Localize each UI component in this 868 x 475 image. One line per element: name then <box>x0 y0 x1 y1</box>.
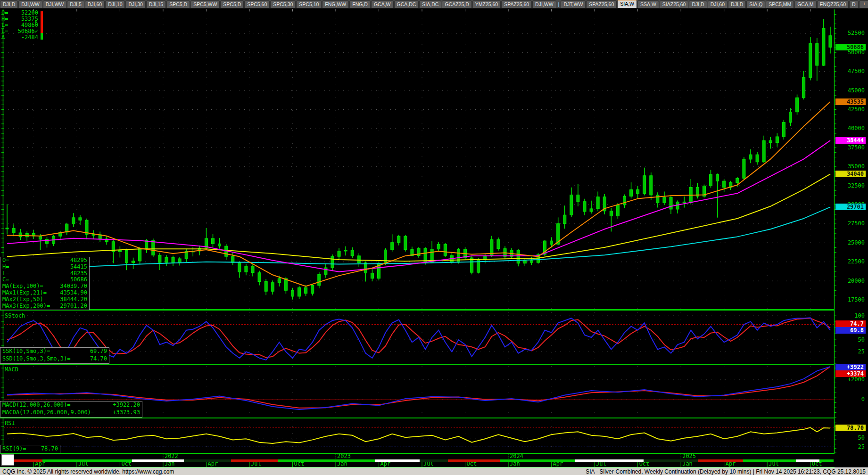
tab-gcaz25-d[interactable]: GCAZ25,D <box>442 0 471 8</box>
candle-body <box>305 287 307 293</box>
candle-body <box>523 261 526 263</box>
tab-dji-d[interactable]: DJI,D <box>0 0 18 8</box>
candle-body <box>444 244 446 255</box>
tab-dji-ww[interactable]: DJI,WW <box>532 0 556 8</box>
candle-body <box>663 197 666 203</box>
candle-body <box>497 240 500 249</box>
candle-body <box>271 283 274 291</box>
candle-body <box>822 28 825 66</box>
tab-dji-d[interactable]: DJI,D <box>728 0 746 8</box>
tab-ymz25-60[interactable]: YMZ25,60 <box>472 0 501 8</box>
candle-body <box>583 202 586 212</box>
candle-body <box>437 244 440 249</box>
candle-body <box>517 250 520 263</box>
candle-body <box>278 278 281 283</box>
candle-body <box>743 159 745 178</box>
tab-gca-dc[interactable]: GCA,DC <box>394 0 419 8</box>
tab-ssa-w[interactable]: SSA,W <box>637 0 659 8</box>
candle-body <box>19 233 22 237</box>
tab-spaz25-60[interactable]: SPAZ25,60 <box>586 0 617 8</box>
tab-fng-d[interactable]: FNG,D <box>349 0 371 8</box>
tab-djt-ww[interactable]: DJT,WW <box>561 0 586 8</box>
candle-body <box>809 44 812 78</box>
tab-spc5-60[interactable]: SPC5,60 <box>244 0 270 8</box>
tab-spc5-mm[interactable]: SPC5,MM <box>766 0 794 8</box>
candle-body <box>12 229 15 233</box>
candle-body <box>265 281 267 291</box>
tab-dji-60[interactable]: DJI,60 <box>85 0 105 8</box>
tab-dji-60[interactable]: DJI,60 <box>708 0 727 8</box>
tab-spc5-d[interactable]: SPC5,D <box>166 0 190 8</box>
candle-body <box>736 178 739 182</box>
candle-body <box>66 224 68 232</box>
candle-body <box>563 215 566 223</box>
candle-body <box>782 123 785 137</box>
tab-dji-5[interactable]: DJI,5 <box>67 0 84 8</box>
candle-body <box>749 155 752 159</box>
candle-body <box>72 218 75 224</box>
candle-body <box>570 195 573 215</box>
candle-body <box>637 190 639 194</box>
candle-body <box>616 205 619 216</box>
candle-body <box>132 261 135 263</box>
candle-body <box>630 190 633 197</box>
tab-siaz25-60[interactable]: SIAZ25,60 <box>660 0 689 8</box>
macd-line <box>7 367 830 409</box>
tab-spaz25-60[interactable]: SPAZ25,60 <box>501 0 532 8</box>
candle-body <box>251 266 254 273</box>
tab-dji-d[interactable]: DJI,D <box>689 0 707 8</box>
candle-body <box>796 98 799 112</box>
candle-body <box>311 286 314 294</box>
candle-body <box>656 195 659 203</box>
candle-body <box>338 251 340 256</box>
candle-body <box>231 256 234 262</box>
candle-body <box>776 137 778 143</box>
panel-separator <box>0 418 835 418</box>
candle-body <box>596 197 599 209</box>
tab-gca-m[interactable]: GCA,M <box>794 0 816 8</box>
chart-canvas[interactable] <box>0 0 868 475</box>
candle-body <box>331 256 334 268</box>
tab-spc5-ww[interactable]: SPC5,WW <box>190 0 220 8</box>
candle-body <box>550 241 553 244</box>
candle-body <box>291 290 294 296</box>
tab-dji-15[interactable]: DJI,15 <box>146 0 166 8</box>
tab-dji-ww[interactable]: DJI,WW <box>43 0 67 8</box>
tab-enqz25-60[interactable]: ENQZ25,60 <box>817 0 849 8</box>
sstoch-k-line <box>7 318 830 360</box>
tab-sia-dc[interactable]: SIA,DC <box>419 0 441 8</box>
tab-d[interactable]: D <box>849 0 859 8</box>
candle-body <box>683 202 686 203</box>
ma-line-max3-exp-200- <box>7 207 830 271</box>
tab-dji-10[interactable]: DJI,10 <box>105 0 125 8</box>
candle-body <box>404 236 407 249</box>
tab-sia-w[interactable]: SIA,W <box>617 0 637 8</box>
tab-bar: DJI,DDJI,WWDJI,WWDJI,5DJI,60DJI,10DJI,30… <box>0 0 868 8</box>
candle-body <box>178 259 181 263</box>
candle-body <box>710 174 712 186</box>
candle-body <box>577 195 579 202</box>
status-symbol-info: SIA - Silver-Combined, Weekly Continuati… <box>586 468 866 475</box>
ma-line-max1-exp-21- <box>7 102 830 287</box>
candle-body <box>165 257 168 262</box>
tab-sia-q[interactable]: SIA,Q <box>746 0 765 8</box>
tab-spc5-10[interactable]: SPC5,10 <box>296 0 322 8</box>
tab-fng-ww[interactable]: FNG,WW <box>322 0 349 8</box>
candle-body <box>284 278 287 290</box>
candle-body <box>6 228 8 229</box>
tab-dji-ww[interactable]: DJI,WW <box>18 0 42 8</box>
candle-body <box>344 250 347 251</box>
candle-body <box>212 238 215 244</box>
candle-body <box>357 256 360 263</box>
add-tab-button[interactable]: + <box>859 0 868 8</box>
candle-body <box>623 196 626 205</box>
candle-body <box>590 209 593 212</box>
candle-body <box>245 266 248 272</box>
candle-body <box>158 255 161 263</box>
panel-separator <box>0 364 835 365</box>
tab-gca-w[interactable]: GCA,W <box>371 0 394 8</box>
tab-spc5-30[interactable]: SPC5,30 <box>270 0 296 8</box>
candle-body <box>610 211 612 216</box>
tab-spc5-d[interactable]: SPC5,D <box>220 0 244 8</box>
tab-dji-30[interactable]: DJI,30 <box>125 0 145 8</box>
